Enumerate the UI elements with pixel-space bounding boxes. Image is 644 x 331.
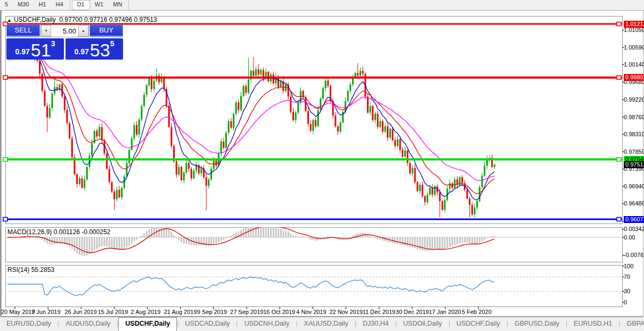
volume-input[interactable] <box>51 25 78 37</box>
macd-axis-label: 0.00 <box>624 234 635 241</box>
price-axis-label: 0.99802 <box>624 74 644 81</box>
terminal-window: 5M30H1H4D1W1MN ▲USDCHF,Daily 0.97700 0.9… <box>0 0 644 331</box>
price-axis-label: 0.96073 <box>624 216 644 223</box>
chart-tab-xauusd-daily[interactable]: XAUUSD,Daily <box>298 317 355 331</box>
rsi-axis-label: 100 <box>624 263 633 270</box>
chart-title: ▲USDCHF,Daily 0.97700 0.97716 0.97496 0.… <box>7 16 157 23</box>
buy-price-pips: 53 <box>90 42 110 58</box>
chart-tab-usdoil-daily[interactable]: USDOil,Daily <box>397 317 449 331</box>
buy-price-quote[interactable]: 0.97 53 5 <box>66 38 123 60</box>
volume-stepper: ▼ ▲ <box>40 24 89 37</box>
toolbar-separator <box>70 1 70 10</box>
timeframe-button-m30[interactable]: M30 <box>13 0 34 10</box>
price-axis-label: 1.01050 <box>624 27 644 34</box>
date-axis-label: 20 May 2019 <box>1 309 35 315</box>
chart-tab-gbpaud-h1[interactable]: GBPAUD,H1 <box>620 317 644 331</box>
chart-ohlc-values: 0.97700 0.97716 0.97496 0.97513 <box>59 16 157 23</box>
price-axis-label: 1.00140 <box>624 61 644 68</box>
chart-tab-usdcad-daily[interactable]: USDCAD,Daily <box>179 317 237 331</box>
timeframe-button-d1[interactable]: D1 <box>72 0 90 10</box>
price-axis-label: 0.96940 <box>624 183 644 190</box>
macd-axis-label: -0.007615 <box>624 252 644 259</box>
date-axis-label: 22 Nov 2019 <box>330 309 363 315</box>
price-axis-label: 0.97850 <box>624 148 644 155</box>
volume-decrease-button[interactable]: ▼ <box>41 25 51 37</box>
timeframe-button-h1[interactable]: H1 <box>34 0 51 10</box>
date-axis-label: 21 Aug 2019 <box>164 309 197 315</box>
date-axis-label: 11 Dec 2019 <box>363 309 396 315</box>
timeframe-button-5[interactable]: 5 <box>0 0 13 10</box>
toolbar-separator <box>128 1 129 10</box>
chart-symbol-label: USDCHF,Daily <box>14 16 56 23</box>
chart-tab-dj30-h4[interactable]: DJ30,H4 <box>356 317 395 331</box>
date-axis-label: 27 Sep 2019 <box>230 309 263 315</box>
sell-button[interactable]: SELL <box>6 24 40 37</box>
timeframe-button-mn[interactable]: MN <box>108 0 127 10</box>
chart-tab-audusd-daily[interactable]: AUDUSD,Daily <box>59 317 117 331</box>
date-axis-label: 15 Jul 2019 <box>97 309 128 315</box>
chart-marker-icon: ▲ <box>7 18 12 23</box>
price-axis-label: 0.98760 <box>624 114 644 121</box>
timeframe-toolbar: 5M30H1H4D1W1MN <box>0 0 644 11</box>
date-axis-label: 7 Jun 2019 <box>31 309 60 315</box>
date-axis-label: 30 Dec 2019 <box>396 309 429 315</box>
date-axis-label: 16 Oct 2019 <box>263 309 295 315</box>
price-axis-label: 0.96480 <box>624 200 644 207</box>
sell-price-point: 3 <box>51 39 55 48</box>
buy-button[interactable]: BUY <box>89 24 123 37</box>
chart-tab-usdchf-daily[interactable]: USDCHF,Daily <box>450 317 507 331</box>
date-axis-label: 4 Nov 2019 <box>296 309 326 315</box>
chart-tab-usdchf-daily[interactable]: USDCHF,Daily <box>118 317 177 331</box>
buy-price-major: 0.97 <box>75 47 89 56</box>
date-axis-label: 17 Jan 2020 <box>429 309 461 315</box>
chart-tab-eurusd-h1[interactable]: EURUSD,H1 <box>567 317 618 331</box>
price-axis-label: 0.99220 <box>624 96 644 103</box>
price-axis-label: 0.98310 <box>624 131 644 138</box>
buy-price-point: 5 <box>110 39 115 48</box>
price-axis-label: 1.01211 <box>624 21 644 28</box>
sell-price-quote[interactable]: 0.97 51 3 <box>6 38 64 60</box>
sell-price-pips: 51 <box>31 42 51 58</box>
macd-axis-label: 0.003428 <box>624 226 644 233</box>
macd-indicator-label: MACD(12,26,9) 0.001126 -0.000252 <box>7 228 110 236</box>
price-axis-label: 1.00590 <box>624 44 644 51</box>
chart-tab-bar: EURUSD,Daily|AUDUSD,Daily|USDCHF,Daily|U… <box>0 317 644 331</box>
chart-tab-usdcnh-daily[interactable]: USDCNH,Daily <box>238 317 296 331</box>
timeframe-button-h4[interactable]: H4 <box>51 0 68 10</box>
date-axis-label: 26 Jun 2019 <box>64 309 97 315</box>
date-axis-label: 5 Feb 2020 <box>462 309 492 315</box>
timeframe-button-w1[interactable]: W1 <box>90 0 109 10</box>
volume-increase-button[interactable]: ▲ <box>78 25 88 37</box>
sell-price-major: 0.97 <box>15 47 30 56</box>
one-click-trading-panel: SELL ▼ ▲ BUY 0.97 51 3 0.97 53 5 <box>6 24 123 60</box>
rsi-indicator-label: RSI(14) 55.2853 <box>7 266 54 274</box>
date-axis-label: 9 Sep 2019 <box>197 309 227 315</box>
chart-tab-eurusd-daily[interactable]: EURUSD,Daily <box>0 317 58 331</box>
rsi-axis-label: 30 <box>624 288 630 295</box>
rsi-axis-label: 0 <box>624 299 627 306</box>
rsi-axis-label: 70 <box>624 274 630 280</box>
chart-tab-gbpusd-daily[interactable]: GBPUSD,Daily <box>508 317 566 331</box>
date-axis-label: 2 Aug 2019 <box>131 309 161 315</box>
price-axis-label: 0.97513 <box>624 161 644 168</box>
